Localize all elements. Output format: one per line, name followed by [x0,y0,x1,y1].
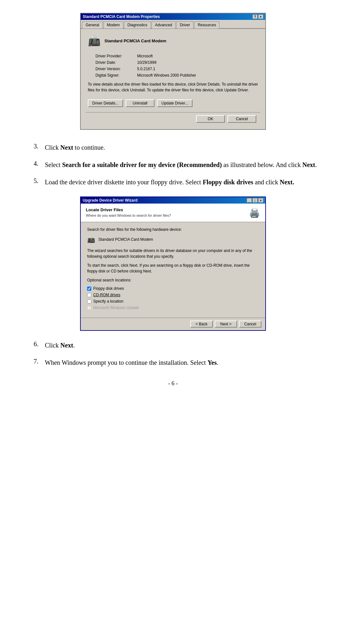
driver-info-table: Driver Provider: Microsoft Driver Date: … [95,54,251,78]
cdrom-checkbox[interactable] [87,293,91,297]
tab-diagnostics[interactable]: Diagnostics [124,21,151,29]
instruction-item-6: 6. Click Next. [26,340,320,350]
windowsupdate-label: Microsoft Windows Update [93,305,139,310]
digital-signer-row: Digital Signer: Microsoft Windows 2000 P… [95,73,251,78]
dialog1-titlebar: Standard PCMCIA Card Modem Properties ? … [81,13,265,20]
instruction-text-5: Load the device driver diskette into you… [45,177,294,187]
instruction-item-7: 7. When Windows prompt you to continue t… [26,358,320,367]
dialog1-tabs: General Modem Diagnostics Advanced Drive… [81,20,265,29]
driver-details-button[interactable]: Driver Details... [88,99,123,107]
wizard-checkboxes: Floppy disk drives CD-ROM drives Specify… [87,286,259,310]
driver-date-label: Driver Date: [95,60,137,65]
driver-description: To view details about the driver files l… [88,81,258,93]
wizard-title: Upgrade Device Driver Wizard [83,198,137,203]
instruction-item-5: 5. Load the device driver diskette into … [26,177,320,187]
driver-provider-label: Driver Provider: [95,54,137,58]
tab-modem[interactable]: Modem [103,21,123,29]
dialog1-title: Standard PCMCIA Card Modem Properties [83,14,160,19]
modem-properties-dialog: Standard PCMCIA Card Modem Properties ? … [80,13,266,130]
windowsupdate-checkbox [87,306,91,310]
device-name: Standard PCMCIA Card Modem [104,38,166,43]
instruction-num-3: 3. [26,143,38,150]
instruction-num-7: 7. [26,358,38,365]
location-checkbox[interactable] [87,299,91,304]
wizard-footer: < Back Next > Cancel [81,318,265,330]
wizard-cancel-button[interactable]: Cancel [239,321,261,328]
instruction-num-6: 6. [26,340,38,348]
wizard-header-text: Locate Driver Files Where do you want Wi… [86,207,171,217]
instruction-text-6: Click Next. [45,340,75,350]
wizard-desc2: To start the search, click Next. If you … [87,263,259,274]
instructions-section: 3. Click Next to continue. 4. Select Sea… [26,143,320,187]
checkbox-location: Specify a location [87,299,259,304]
checkbox-windowsupdate: Microsoft Windows Update [87,305,259,310]
wizard-device-name: Standard PCMCIA Card Modem [98,237,153,242]
driver-date-row: Driver Date: 10/29/1999 [95,60,251,65]
titlebar-controls: ? × [252,14,263,19]
instruction-text-3: Click Next to continue. [45,143,105,152]
upgrade-driver-wizard: Upgrade Device Driver Wizard _ □ × Locat… [80,197,266,331]
instruction-num-5: 5. [26,177,38,185]
tab-driver[interactable]: Driver [176,21,194,29]
wizard-optional-label: Optional search locations: [87,277,259,283]
close-button[interactable]: × [258,14,263,19]
driver-action-buttons: Driver Details... Uninstall Update Drive… [86,99,260,107]
driver-version-label: Driver Version: [95,67,137,71]
tab-general[interactable]: General [82,21,103,29]
wizard-search-label: Search for driver files for the followin… [87,227,259,232]
wizard-titlebar: Upgrade Device Driver Wizard _ □ × [81,197,265,204]
checkbox-cdrom: CD-ROM drives [87,293,259,297]
tab-resources[interactable]: Resources [194,21,219,29]
uninstall-button[interactable]: Uninstall [126,99,154,107]
driver-provider-value: Microsoft [137,54,153,58]
wizard-device-row: 📠 Standard PCMCIA Card Modem [87,236,259,243]
instructions-section-2: 6. Click Next. 7. When Windows prompt yo… [26,340,320,367]
wizard-body: Search for driver files for the followin… [81,222,265,318]
wizard-titlebar-controls: _ □ × [247,198,263,203]
digital-signer-label: Digital Signer: [95,73,137,78]
instruction-text-4: Select Search for a suitable driver for … [45,160,317,170]
instruction-num-4: 4. [26,160,38,167]
wizard-header: Locate Driver Files Where do you want Wi… [81,204,265,222]
back-button[interactable]: < Back [190,321,213,328]
wizard-desc1: The wizard searches for suitable drivers… [87,248,259,259]
dialog1-footer: OK Cancel [86,112,260,125]
help-button[interactable]: ? [252,14,258,19]
location-label: Specify a location [93,299,123,304]
wizard-maximize-button[interactable]: □ [252,198,258,203]
dialog1-content: 📠 Standard PCMCIA Card Modem Driver Prov… [81,29,265,129]
modem-icon: 📠 [88,35,101,47]
cdrom-label: CD-ROM drives [93,293,120,297]
wizard-header-icon: 🖨️ [249,207,260,218]
page-number: - 6 - [26,380,320,387]
next-button[interactable]: Next > [215,321,237,328]
driver-date-value: 10/29/1999 [137,60,156,65]
tab-advanced[interactable]: Advanced [152,21,176,29]
wizard-device-icon: 📠 [87,236,95,243]
driver-version-row: Driver Version: 5.0.2167.1 [95,67,251,71]
wizard-header-subtitle: Where do you want Windows to search for … [86,213,171,217]
instruction-item-3: 3. Click Next to continue. [26,143,320,152]
wizard-close-button[interactable]: × [258,198,263,203]
instruction-item-4: 4. Select Search for a suitable driver f… [26,160,320,170]
update-driver-button[interactable]: Update Driver... [157,99,193,107]
device-header: 📠 Standard PCMCIA Card Modem [86,33,260,49]
driver-provider-row: Driver Provider: Microsoft [95,54,251,58]
floppy-checkbox[interactable] [87,287,91,291]
cancel-button[interactable]: Cancel [227,115,256,123]
wizard-header-title: Locate Driver Files [86,207,171,212]
instruction-text-7: When Windows prompt you to continue the … [45,358,218,367]
driver-version-value: 5.0.2167.1 [137,67,155,71]
floppy-label: Floppy disk drives [93,286,124,291]
ok-button[interactable]: OK [196,115,225,123]
digital-signer-value: Microsoft Windows 2000 Publisher [137,73,196,78]
wizard-minimize-button[interactable]: _ [247,198,252,203]
checkbox-floppy: Floppy disk drives [87,286,259,291]
